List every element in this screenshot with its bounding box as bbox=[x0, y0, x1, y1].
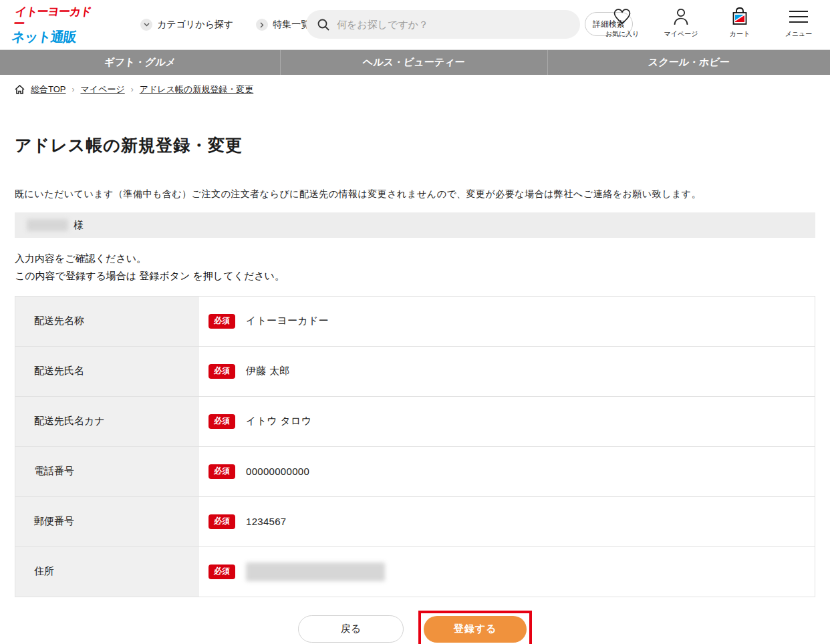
action-buttons: 戻る 登録する bbox=[15, 611, 815, 644]
mypage-label: マイページ bbox=[664, 29, 698, 39]
row-value-cell: 必須 イトウ タロウ bbox=[199, 397, 815, 446]
table-row-delivery-name: 配送先名称 必須 イトーヨーカドー bbox=[15, 297, 815, 347]
nav-item-school-hobby[interactable]: スクール・ホビー bbox=[548, 50, 830, 75]
search-input[interactable] bbox=[337, 19, 569, 30]
chevron-right-icon bbox=[256, 19, 268, 31]
nav-item-gift-gourmet[interactable]: ギフト・グルメ bbox=[0, 50, 281, 75]
table-row-address: 住所 必須 bbox=[15, 547, 815, 597]
header-icon-group: お気に入り マイページ カート メニュ bbox=[601, 7, 819, 39]
menu-label: メニュー bbox=[785, 29, 813, 39]
customer-name-bar: 様 bbox=[15, 212, 815, 238]
site-logo[interactable]: イトーヨーカドー ネット通販 bbox=[11, 6, 96, 44]
masked-customer-name bbox=[27, 219, 68, 231]
main-content: アドレス帳の新規登録・変更 既にいただいています（準備中も含む）ご注文の注文者な… bbox=[0, 134, 830, 644]
row-value-cell: 必須 bbox=[199, 547, 815, 597]
logo-line2: ネット通販 bbox=[11, 29, 93, 43]
required-badge: 必須 bbox=[209, 464, 235, 479]
row-value-cell: 必須 1234567 bbox=[199, 497, 815, 546]
customer-name-suffix: 様 bbox=[74, 219, 84, 232]
row-label: 郵便番号 bbox=[15, 497, 199, 546]
site-header: イトーヨーカドー ネット通販 カテゴリから探す 特集一覧 詳細検索 お気に入 bbox=[0, 0, 830, 50]
features-link-label: 特集一覧 bbox=[273, 19, 310, 31]
required-badge: 必須 bbox=[209, 414, 235, 429]
row-value: イトウ タロウ bbox=[246, 415, 311, 428]
required-badge: 必須 bbox=[209, 565, 235, 579]
row-value-cell: 必須 00000000000 bbox=[199, 447, 815, 496]
register-button[interactable]: 登録する bbox=[424, 616, 527, 643]
category-nav: ギフト・グルメ ヘルス・ビューティー スクール・ホビー bbox=[0, 50, 830, 75]
mypage-button[interactable]: マイページ bbox=[660, 7, 702, 39]
required-badge: 必須 bbox=[209, 514, 235, 529]
favorites-label: お気に入り bbox=[605, 29, 640, 39]
header-quick-links: カテゴリから探す 特集一覧 bbox=[140, 19, 310, 31]
required-badge: 必須 bbox=[209, 364, 235, 379]
hamburger-icon bbox=[789, 7, 809, 27]
menu-button[interactable]: メニュー bbox=[778, 7, 819, 39]
logo-line1: イトーヨーカドー bbox=[13, 6, 96, 30]
heart-icon bbox=[613, 7, 632, 27]
search-icon bbox=[317, 18, 330, 31]
confirm-line2: この内容で登録する場合は 登録ボタン を押してください。 bbox=[15, 267, 815, 285]
row-value: 1234567 bbox=[246, 516, 287, 527]
row-value-cell: 必須 イトーヨーカドー bbox=[199, 297, 815, 346]
cart-label: カート bbox=[730, 29, 750, 39]
masked-address-value bbox=[246, 562, 385, 581]
row-label: 配送先名称 bbox=[15, 297, 199, 346]
table-row-recipient-name: 配送先氏名 必須 伊藤 太郎 bbox=[15, 347, 815, 397]
row-label: 住所 bbox=[15, 547, 199, 597]
favorites-button[interactable]: お気に入り bbox=[601, 7, 643, 39]
home-icon[interactable] bbox=[15, 85, 25, 94]
chevron-down-icon bbox=[140, 19, 152, 31]
submit-highlight-box: 登録する bbox=[418, 611, 532, 644]
breadcrumb-separator: › bbox=[131, 85, 134, 94]
row-label: 配送先氏名カナ bbox=[15, 397, 199, 446]
table-row-recipient-kana: 配送先氏名カナ 必須 イトウ タロウ bbox=[15, 397, 815, 447]
required-badge: 必須 bbox=[209, 314, 235, 329]
category-menu-label: カテゴリから探す bbox=[157, 19, 233, 31]
breadcrumb-link-top[interactable]: 総合TOP bbox=[31, 84, 66, 96]
breadcrumb-current[interactable]: アドレス帳の新規登録・変更 bbox=[140, 84, 254, 96]
row-value: 伊藤 太郎 bbox=[246, 365, 290, 377]
row-value-cell: 必須 伊藤 太郎 bbox=[199, 347, 815, 396]
features-link[interactable]: 特集一覧 bbox=[256, 19, 310, 31]
shopping-bag-icon bbox=[730, 7, 750, 27]
back-button[interactable]: 戻る bbox=[298, 615, 404, 643]
notice-text: 既にいただいています（準備中も含む）ご注文の注文者ならびに配送先の情報は変更され… bbox=[15, 188, 815, 200]
breadcrumb-separator: › bbox=[72, 85, 75, 94]
breadcrumb-link-mypage[interactable]: マイページ bbox=[81, 84, 125, 96]
confirm-line1: 入力内容をご確認ください。 bbox=[15, 250, 815, 267]
category-menu-button[interactable]: カテゴリから探す bbox=[140, 19, 233, 31]
address-confirm-table: 配送先名称 必須 イトーヨーカドー 配送先氏名 必須 伊藤 太郎 配送先氏名カナ… bbox=[15, 296, 815, 597]
page-title: アドレス帳の新規登録・変更 bbox=[15, 134, 815, 156]
cart-button[interactable]: カート bbox=[719, 7, 760, 39]
row-label: 電話番号 bbox=[15, 447, 199, 496]
search-bar[interactable] bbox=[306, 10, 580, 39]
confirmation-instructions: 入力内容をご確認ください。 この内容で登録する場合は 登録ボタン を押してくださ… bbox=[15, 250, 815, 285]
nav-item-health-beauty[interactable]: ヘルス・ビューティー bbox=[281, 50, 548, 75]
row-value: イトーヨーカドー bbox=[246, 315, 329, 327]
row-value: 00000000000 bbox=[246, 466, 309, 477]
breadcrumb: 総合TOP › マイページ › アドレス帳の新規登録・変更 bbox=[0, 75, 830, 102]
person-icon bbox=[672, 7, 690, 27]
row-label: 配送先氏名 bbox=[15, 347, 199, 396]
table-row-phone: 電話番号 必須 00000000000 bbox=[15, 447, 815, 497]
table-row-postal-code: 郵便番号 必須 1234567 bbox=[15, 497, 815, 547]
